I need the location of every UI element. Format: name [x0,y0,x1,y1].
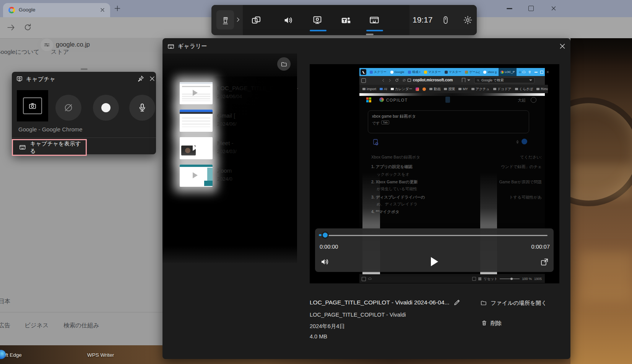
chrome-tab-google[interactable]: Google [3,3,110,17]
capture-divider [12,138,156,138]
taskbar-item-wps[interactable]: WPS Writer [87,352,114,358]
new-tab-icon[interactable] [518,70,522,74]
capture-list: LOC_PAGE_TITLE_COPILOT - 2024/06/04 Gmai… [162,53,297,263]
gamebar-home-section [211,5,243,35]
rename-pencil-icon[interactable] [453,298,461,306]
gallery-active-underline [366,30,383,31]
prompt-card: xbox game bar 録画ボタ です Tab [368,110,529,133]
mic-toggle-button[interactable] [129,95,155,121]
footer-link-business[interactable]: ビジネス [24,322,49,330]
tab-item[interactable]: xbox g [481,68,499,76]
detail-date: 2024年6月4日 [310,323,345,330]
capture-widget-icon[interactable] [312,15,323,26]
prompt-mic-icon [515,140,520,144]
volume-icon[interactable] [320,257,330,267]
tab-item[interactable]: マスター [443,68,463,76]
mini-close-icon [546,70,549,74]
open-folder-button[interactable] [277,57,291,71]
edge-icon[interactable] [0,350,6,359]
link-about-google[interactable]: Googleについて [0,48,39,56]
capture-source-label: Google - Google Chrome [18,126,83,133]
tab-title: Google [19,7,36,13]
capture-drag-handle[interactable] [81,68,88,70]
mini-maximize-icon [540,71,543,74]
play-button[interactable] [431,257,438,266]
capture-close-icon[interactable] [148,75,156,83]
vivaldi-status-bar: リセット 100 % 1905 [359,274,545,283]
instagram-icon[interactable] [416,87,419,91]
taskbar-item-edge[interactable]: ft Edge [5,352,22,358]
gear-icon[interactable] [463,15,473,25]
mini-reload-icon [395,78,399,83]
seek-progress [319,234,322,236]
gallery-widget-icon[interactable] [369,15,380,26]
capture-title-icon [16,75,23,83]
bookmark-flag-icon [462,78,465,82]
url-text[interactable]: google.co.jp [56,41,90,48]
copilot-logo-icon [379,97,384,102]
footer-link-ads[interactable]: 広告 [0,322,10,330]
zoom-slider[interactable] [500,278,520,279]
site-settings-icon[interactable] [43,41,50,49]
search-field[interactable]: Google で検索 [474,77,535,83]
google-favicon [8,7,15,13]
send-button-icon [522,139,527,144]
gamebar-clock: 19:17 [413,15,433,24]
tab-item-active[interactable]: LOC_P [499,68,517,76]
link-store[interactable]: ストア [51,48,69,56]
avatar [531,97,536,103]
fwd-icon [388,78,392,83]
detail-title: LOC_PAGE_TITLE_COPILOT - Vivaldi 2024-06… [310,299,449,306]
tab-item[interactable]: マスター [422,68,443,76]
microsoft-logo [366,97,371,102]
panel-grid-icon [362,277,366,281]
tab-item[interactable]: ゲーム( [463,68,481,76]
window-maximize-button[interactable] [528,6,534,11]
show-captures-button[interactable]: キャプチャを表示する [12,139,87,156]
tab-close-icon[interactable] [99,7,106,13]
time-current: 0:00:00 [320,244,338,250]
screenshot-button[interactable] [17,90,48,121]
record-button[interactable] [93,95,119,121]
forward-icon[interactable] [6,23,16,32]
pin-icon[interactable] [137,75,145,83]
sun-icon[interactable] [422,87,426,91]
time-duration: 0:00:07 [531,244,550,250]
thumbnail-loc-page[interactable] [180,82,213,104]
reload-icon[interactable] [23,23,32,32]
audio-widget-icon[interactable] [283,15,294,26]
gallery-close-icon[interactable] [558,42,567,50]
delete-trash-icon [481,320,487,326]
footer-link-how-search-works[interactable]: 検索の仕組み [63,322,99,330]
tab-trash-icon [528,70,531,74]
thumbnail-gmail[interactable] [180,110,213,132]
mic-icon [137,102,148,113]
thumbnail-meet[interactable] [180,137,213,159]
tab-item[interactable]: 構成·I [406,68,422,76]
chevron-right-icon[interactable] [235,16,241,23]
mouse-icon[interactable] [441,15,450,25]
record-last-disabled-icon [63,102,74,113]
delete-button[interactable]: 削除 [491,320,502,327]
tab-item[interactable]: Google [388,68,406,76]
gamebar-widgets-section [243,5,409,35]
status-image-icon [472,277,476,281]
popout-icon[interactable] [540,257,549,267]
teams-widget-icon[interactable] [340,15,352,26]
seek-handle[interactable] [322,231,329,239]
window-minimize-button[interactable] [507,8,512,9]
widgets-menu-icon[interactable] [250,15,262,26]
status-reset-label[interactable]: リセット [484,277,498,281]
record-last-button[interactable] [55,95,81,121]
open-location-button[interactable]: ファイルの場所を開く [491,299,547,307]
status-zoom-label: 100 % [522,277,532,281]
vivaldi-address-bar: copilot.microsoft.com Google で検索 [359,76,545,85]
seek-bar[interactable] [323,235,548,236]
tab-item[interactable]: スクリー [368,68,388,76]
new-tab-button[interactable] [113,4,122,13]
thumbnail-zoom[interactable] [180,165,213,187]
gallery-drag-handle[interactable] [366,34,374,35]
gamebar-home-button[interactable] [216,10,234,29]
window-close-button[interactable] [550,5,557,12]
tab-key-badge: Tab [381,120,389,125]
